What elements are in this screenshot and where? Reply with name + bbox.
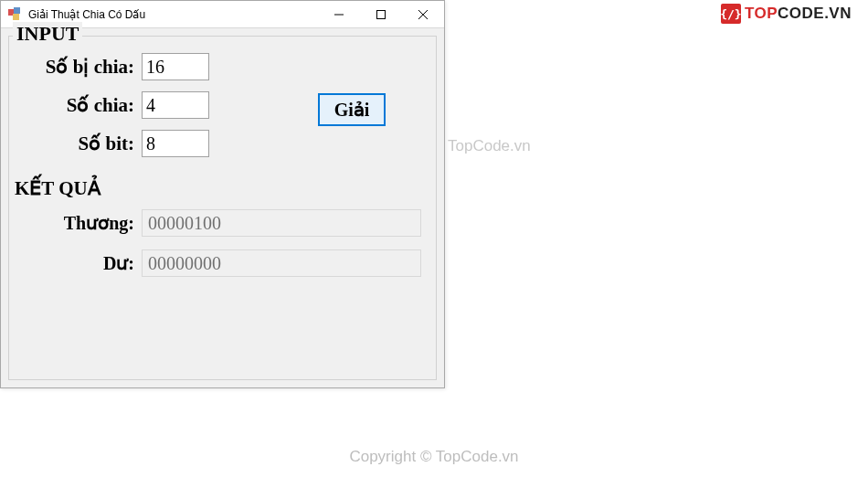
close-button[interactable] xyxy=(402,1,444,27)
app-window: Giải Thuật Chia Có Dấu INPUT Số bị chia:… xyxy=(0,0,445,388)
logo-text: TOPCODE.VN xyxy=(745,5,852,23)
bits-input[interactable] xyxy=(142,130,209,157)
divisor-input[interactable] xyxy=(142,91,209,119)
app-icon xyxy=(8,7,23,22)
bits-label: Số bit: xyxy=(18,133,142,155)
watermark-center: TopCode.vn xyxy=(448,137,531,155)
quotient-label: Thương: xyxy=(18,212,142,234)
maximize-button[interactable] xyxy=(360,1,402,27)
watermark-bottom: Copyright © TopCode.vn xyxy=(0,448,868,466)
topcode-logo: {/} TOPCODE.VN xyxy=(721,4,852,24)
input-group-label: INPUT xyxy=(13,22,82,46)
dividend-label: Số bị chia: xyxy=(18,56,142,79)
window-title: Giải Thuật Chia Có Dấu xyxy=(28,8,318,21)
remainder-label: Dư: xyxy=(18,252,142,274)
svg-rect-1 xyxy=(377,10,386,18)
code-bracket-icon: {/} xyxy=(721,4,741,24)
client-area: INPUT Số bị chia: Số chia: Số bit: Giải … xyxy=(1,28,444,387)
divisor-label: Số chia: xyxy=(18,94,142,117)
solve-button[interactable]: Giải xyxy=(318,93,386,126)
result-header: KẾT QUẢ xyxy=(15,177,427,200)
minimize-button[interactable] xyxy=(318,1,360,27)
dividend-input[interactable] xyxy=(142,53,209,80)
quotient-output xyxy=(142,209,421,237)
input-groupbox: INPUT Số bị chia: Số chia: Số bit: Giải … xyxy=(8,36,437,380)
window-controls xyxy=(318,1,444,27)
remainder-output xyxy=(142,249,421,277)
